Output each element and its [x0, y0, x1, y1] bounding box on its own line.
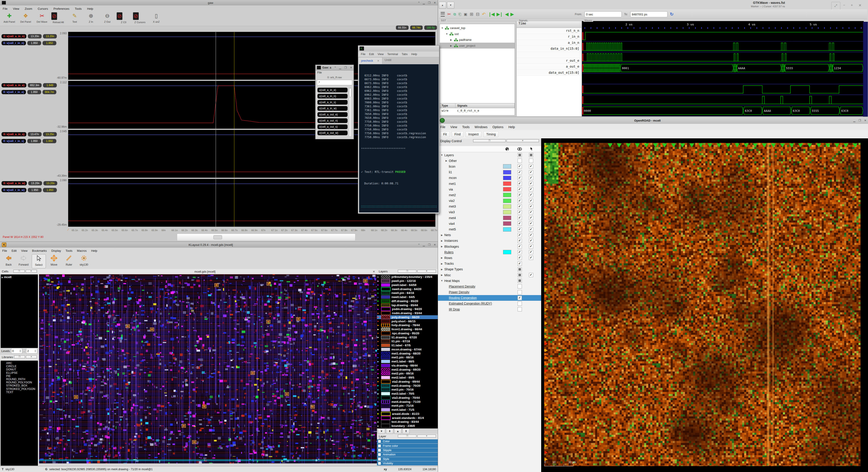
color-swatch[interactable] — [503, 204, 511, 209]
gaw-menu-help[interactable]: Help — [87, 7, 93, 10]
layer-row-licon1-drawing[interactable]: ▶licon1.drawing - 66/44 — [377, 327, 438, 332]
layer-row-nwell-drawing[interactable]: ▶nwell.drawing - 64/20 — [377, 287, 438, 291]
klayout-tool-sky130[interactable]: sky130 — [77, 254, 91, 268]
selectable-checkbox[interactable]: ✓ — [529, 239, 533, 243]
openroad-menu-view[interactable]: View — [451, 125, 457, 129]
layer-row-prboundary-boundary[interactable]: ▶prBoundary.boundary - 235/4 — [377, 275, 438, 279]
move-up-icon[interactable]: ▲ — [394, 429, 401, 434]
signal-item-v-cell-a-in-s[interactable]: v(cell_a_in_s) — [317, 100, 348, 105]
library-item-stroked-polygon[interactable]: STROKED_POLYGON — [6, 387, 38, 390]
visible-checkbox[interactable] — [518, 302, 522, 306]
selectable-checkbox[interactable] — [529, 153, 533, 157]
visible-checkbox[interactable]: ✓ — [518, 210, 522, 214]
gaw-menu-file[interactable]: File — [3, 7, 7, 10]
color-swatch[interactable] — [503, 221, 511, 226]
dialog-file-menu[interactable]: File — [315, 70, 353, 76]
signal-label-chip[interactable]: 0: v(cell_r_in_s) — [1, 139, 26, 143]
library-item-pie[interactable]: PIE — [6, 375, 38, 378]
visible-checkbox[interactable]: ✓ — [518, 204, 522, 209]
visible-checkbox[interactable]: ✓ — [518, 233, 522, 237]
layer-expand-icon[interactable]: ▶ — [377, 413, 380, 415]
layer-expand-icon[interactable]: ▶ — [377, 377, 380, 379]
klayout-menu-display[interactable]: Display — [51, 249, 61, 252]
float-icon[interactable]: ❐ — [13, 270, 25, 273]
dc-row-licon[interactable]: licon✓✓ — [438, 163, 541, 169]
wave-signal-a-in-n[interactable]: a_in_n — [517, 40, 582, 46]
toolbox-row-color[interactable]: Color — [377, 439, 438, 444]
layer-expand-icon[interactable]: ▶ — [377, 276, 380, 278]
float-icon[interactable]: ❐ — [473, 139, 505, 142]
openroad-button-find[interactable]: Find — [452, 131, 464, 137]
scrollbar-thumb[interactable] — [349, 88, 351, 97]
selectable-checkbox[interactable]: ✓ — [529, 244, 533, 249]
visible-checkbox[interactable]: ✓ — [518, 244, 522, 249]
tab-close-icon[interactable]: ✕ — [377, 59, 379, 62]
gaw-toolbar-del-panel[interactable]: ❖Del Panel — [19, 12, 33, 25]
klayout-tool-select[interactable]: Select — [32, 254, 46, 268]
visible-checkbox[interactable] — [518, 279, 522, 283]
wave-signal-rst-n-n[interactable]: rst_n_n — [517, 28, 582, 34]
layer-expand-icon[interactable]: ▶ — [377, 401, 380, 403]
layer-expand-icon[interactable]: ▶ — [377, 360, 380, 363]
selectable-checkbox[interactable]: ✓ — [529, 193, 533, 197]
color-swatch[interactable] — [503, 170, 511, 175]
selectable-checkbox[interactable]: ✓ — [529, 182, 533, 186]
cells-tree[interactable]: ▶ mcell — [1, 275, 38, 348]
color-swatch[interactable] — [503, 193, 511, 197]
visible-checkbox[interactable]: ✓ — [518, 239, 522, 243]
dc-row-layers[interactable]: ▼Layers — [438, 152, 541, 158]
cut-icon[interactable]: ✂ — [447, 11, 451, 17]
toolbox-checkbox[interactable] — [378, 458, 381, 461]
layout-canvas[interactable] — [39, 274, 377, 463]
gaw-menu-zoom[interactable]: Zoom — [25, 7, 32, 10]
layer-row-met3-pin[interactable]: ▶met3.pin - 70/16 — [377, 388, 438, 392]
tree-item-caravel-top[interactable]: ▼caravel_top — [440, 25, 515, 31]
dc-row-via[interactable]: via✓✓ — [438, 186, 541, 192]
openroad-titlebar[interactable]: OpenROAD - mcell ▁ ❐ ✕ — [438, 117, 868, 124]
layer-row-poly-short[interactable]: ▶poly.short - 66/15 — [377, 319, 438, 323]
selectable-checkbox[interactable]: ✓ — [529, 256, 533, 260]
terminal-titlebar[interactable]: $_ — [358, 45, 439, 52]
dc-row-routing-congestion[interactable]: Routing Congestion✓ — [438, 295, 541, 301]
dc-row-met3[interactable]: met3✓✓ — [438, 204, 541, 209]
color-swatch[interactable] — [503, 250, 511, 254]
reload-icon[interactable]: ↻ — [670, 11, 674, 17]
layer-row-mcon-drawing[interactable]: ▶mcon.drawing - 67/44 — [377, 347, 438, 352]
signal-label-chip[interactable]: 0: v(cell_a_in_s) — [1, 132, 27, 136]
close-icon[interactable]: ✕ — [26, 355, 37, 358]
signal-label-chip[interactable]: 0: v(cell_a_in_e) — [1, 83, 27, 88]
zoom-fit-icon[interactable]: ▣ — [464, 11, 467, 17]
expand-icon[interactable]: ▶ — [440, 262, 443, 265]
visible-checkbox[interactable]: ✓ — [518, 164, 522, 168]
layer-expand-icon[interactable]: ▶ — [377, 380, 380, 383]
layer-row-met2-pin[interactable]: ▶met2.pin - 69/16 — [377, 372, 438, 376]
layer-row-li1-pin[interactable]: ▶li1.pin - 67/16 — [377, 339, 438, 343]
paste-icon[interactable]: ⎗ — [458, 11, 461, 17]
maximize-button[interactable]: ❐ — [428, 243, 431, 246]
library-item-donut[interactable]: DONUT — [6, 368, 38, 371]
selectable-checkbox[interactable]: ✓ — [529, 199, 533, 203]
maximize-button[interactable]: ❐ — [859, 119, 861, 122]
layer-expand-icon[interactable]: ▶ — [377, 304, 380, 306]
layer-row-areaid-diode[interactable]: ▶areaid.diode - 81/23 — [377, 412, 438, 416]
library-item-stroked-box[interactable]: STROKED_BOX — [6, 384, 38, 387]
expand-icon[interactable]: ▼ — [440, 279, 443, 282]
dc-row-via2[interactable]: via2✓✓ — [438, 198, 541, 204]
expand-icon[interactable]: ▶ — [445, 159, 448, 162]
dc-row-instances[interactable]: ▶Instances✓✓ — [438, 238, 541, 244]
openroad-menu-help[interactable]: Help — [508, 125, 515, 129]
layer-expand-icon[interactable]: ▶ — [377, 300, 380, 302]
gaw-menu-preferences[interactable]: Preferences — [54, 7, 69, 10]
zoom-in-icon[interactable]: ⊞ — [470, 11, 473, 17]
tab-mcell-gds[interactable]: mcell.gds [mcell] — [39, 270, 371, 273]
close-icon[interactable]: ✕ — [417, 270, 436, 273]
layer-expand-icon[interactable]: ▶ — [377, 392, 380, 395]
maximize-button[interactable]: ❐ — [344, 66, 347, 69]
layout-viewport[interactable] — [39, 274, 377, 463]
layer-row-met2-drawing[interactable]: ▶met2.drawing - 69/20 — [377, 368, 438, 372]
minimize-button[interactable]: − — [843, 3, 845, 7]
layer-row-met2-label[interactable]: ▶met2.label - 69/5 — [377, 376, 438, 380]
layer-expand-icon[interactable]: ▶ — [377, 320, 380, 322]
float-icon[interactable]: ❐ — [398, 435, 416, 438]
dc-row-blockages[interactable]: ▶Blockages✓✓ — [438, 244, 541, 249]
